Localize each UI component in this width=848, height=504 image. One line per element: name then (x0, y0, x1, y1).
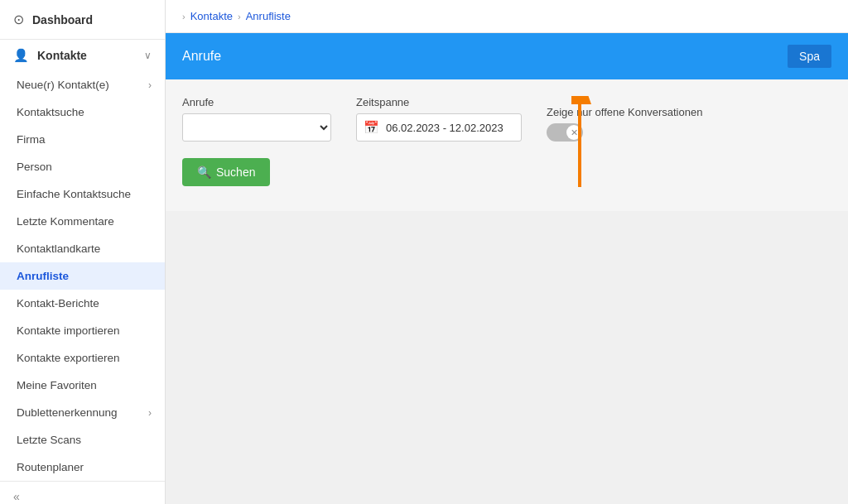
dashboard-label: Dashboard (32, 13, 93, 26)
sidebar-kontakte-section[interactable]: 👤 Kontakte ∨ (0, 40, 165, 71)
sidebar-item-neue-kontakte[interactable]: Neue(r) Kontakt(e)› (0, 71, 165, 98)
panel-title: Anrufe (182, 49, 221, 64)
date-range-wrapper[interactable]: 📅 (356, 113, 522, 142)
sidebar-item-kontakt-berichte[interactable]: Kontakt-Berichte (0, 290, 165, 317)
anrufe-select[interactable] (182, 113, 331, 142)
sidebar-item-routenplaner[interactable]: Routenplaner (0, 454, 165, 481)
breadcrumb-kontakte[interactable]: Kontakte (190, 10, 233, 22)
zeitspanne-label: Zeitspanne (356, 96, 522, 108)
sidebar-item-label-kontakte-importieren: Kontakte importieren (17, 324, 120, 337)
toggle-x-icon: ✕ (571, 127, 578, 138)
toggle-switch[interactable]: ✕ (547, 123, 702, 142)
sidebar-item-label-firma: Firma (17, 133, 46, 146)
search-button[interactable]: 🔍 Suchen (182, 158, 270, 186)
anrufe-panel: Anrufe Spa Anrufe Zeitspanne (166, 33, 848, 211)
sidebar-item-label-letzte-kommentare: Letzte Kommentare (17, 215, 114, 228)
sidebar-item-letzte-scans[interactable]: Letzte Scans (0, 426, 165, 454)
chevron-right-icon: › (148, 79, 152, 91)
toggle-track[interactable]: ✕ (547, 123, 583, 142)
panel-header: Anrufe Spa (166, 33, 848, 79)
panel-body: Anrufe Zeitspanne 📅 (166, 79, 848, 211)
sidebar-item-kontaktlandkarte[interactable]: Kontaktlandkarte (0, 235, 165, 262)
breadcrumb-separator-left: › (182, 12, 186, 22)
form-row: Anrufe Zeitspanne 📅 (182, 96, 831, 142)
zeitspanne-form-group: Zeitspanne 📅 (356, 96, 522, 142)
sidebar-item-label-einfache-kontaktsuche: Einfache Kontaktsuche (17, 188, 131, 200)
sidebar-item-label-kontaktsuche: Kontaktsuche (17, 106, 84, 118)
main-content: › Kontakte › Anrufliste Anrufe Spa Anruf… (166, 0, 848, 504)
sidebar-item-firma[interactable]: Firma (0, 126, 165, 153)
toggle-thumb: ✕ (566, 125, 581, 140)
search-icon: 🔍 (197, 166, 211, 179)
panel-header-button[interactable]: Spa (788, 45, 831, 68)
breadcrumb: › Kontakte › Anrufliste (166, 0, 848, 33)
sidebar-item-label-kontakte-exportieren: Kontakte exportieren (17, 352, 120, 364)
toggle-group: Zeige nur offene Konversationen ✕ (547, 106, 702, 142)
sidebar-item-label-neue-kontakte: Neue(r) Kontakt(e) (17, 79, 109, 91)
sidebar-item-label-kontaktlandkarte: Kontaktlandkarte (17, 242, 100, 255)
anrufe-form-group: Anrufe (182, 96, 331, 142)
person-icon: 👤 (13, 48, 29, 63)
sidebar-item-kontakte-exportieren[interactable]: Kontakte exportieren (0, 344, 165, 372)
sidebar-item-einfache-kontaktsuche[interactable]: Einfache Kontaktsuche (0, 180, 165, 208)
breadcrumb-separator: › (238, 12, 241, 22)
sidebar-dashboard[interactable]: ⊙ Dashboard (0, 0, 165, 40)
sidebar-collapse-button[interactable]: « (0, 481, 165, 504)
chevron-right-icon: › (148, 407, 152, 419)
sidebar-item-label-person: Person (17, 161, 52, 173)
calendar-icon: 📅 (364, 120, 379, 135)
sidebar: ⊙ Dashboard 👤 Kontakte ∨ Neue(r) Kontakt… (0, 0, 166, 504)
sidebar-item-letzte-kommentare[interactable]: Letzte Kommentare (0, 208, 165, 235)
sidebar-item-kontaktsuche[interactable]: Kontaktsuche (0, 98, 165, 126)
dashboard-icon: ⊙ (13, 12, 24, 27)
sidebar-items-list: Neue(r) Kontakt(e)›KontaktsucheFirmaPers… (0, 71, 165, 481)
sidebar-item-person[interactable]: Person (0, 153, 165, 180)
sidebar-item-label-letzte-scans: Letzte Scans (17, 434, 81, 446)
sidebar-item-meine-favoriten[interactable]: Meine Favoriten (0, 372, 165, 399)
sidebar-item-dublettenerkennung[interactable]: Dublettenerkennung› (0, 399, 165, 426)
content-area: Anrufe Spa Anrufe Zeitspanne (166, 33, 848, 504)
sidebar-item-label-routenplaner: Routenplaner (17, 461, 84, 473)
sidebar-item-anrufliste[interactable]: Anrufliste (0, 262, 165, 290)
anrufe-label: Anrufe (182, 96, 331, 108)
sidebar-item-kontakte-importieren[interactable]: Kontakte importieren (0, 317, 165, 344)
search-label: Suchen (216, 166, 255, 179)
breadcrumb-anrufliste: Anrufliste (246, 10, 291, 22)
collapse-icon: « (13, 490, 20, 503)
sidebar-item-label-dublettenerkennung: Dublettenerkennung (17, 406, 118, 419)
chevron-down-icon: ∨ (144, 50, 152, 61)
sidebar-item-label-kontakt-berichte: Kontakt-Berichte (17, 297, 99, 310)
date-range-input[interactable] (386, 122, 510, 134)
toggle-label: Zeige nur offene Konversationen (547, 106, 702, 118)
search-row: 🔍 Suchen (182, 158, 831, 186)
sidebar-item-label-meine-favoriten: Meine Favoriten (17, 379, 97, 391)
kontakte-section-label: Kontakte (37, 49, 87, 62)
sidebar-item-label-anrufliste: Anrufliste (17, 270, 69, 282)
